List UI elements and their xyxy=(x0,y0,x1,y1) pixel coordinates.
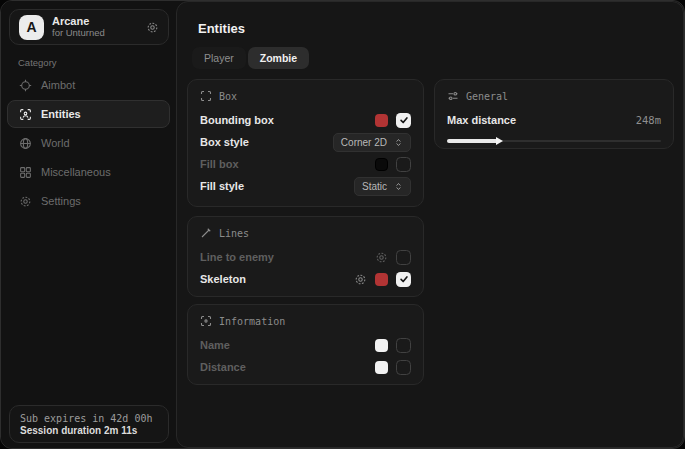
pencil-line-icon xyxy=(200,227,212,239)
general-panel-header: General xyxy=(447,89,661,103)
lines-panel: Lines Line to enemy Skeleton xyxy=(187,216,424,297)
app-name: Arcane xyxy=(52,15,138,28)
fill-style-select[interactable]: Static xyxy=(354,177,411,196)
panel-title: Information xyxy=(219,316,285,327)
gear-icon[interactable] xyxy=(375,251,388,264)
sidebar: A Arcane for Unturned Category Aimbot xyxy=(1,1,176,448)
chevrons-up-down-icon xyxy=(394,138,403,147)
category-label: Category xyxy=(18,57,57,68)
app-title-block: Arcane for Unturned xyxy=(52,15,138,39)
sidebar-item-miscellaneous[interactable]: Miscellaneous xyxy=(7,158,170,186)
app-logo: A xyxy=(19,15,44,40)
setting-row-line-to-enemy: Line to enemy xyxy=(200,246,411,268)
checkbox-checked[interactable] xyxy=(396,272,411,287)
sidebar-item-label: Entities xyxy=(41,108,81,120)
setting-label: Line to enemy xyxy=(200,251,274,263)
scan-brackets-icon xyxy=(200,315,212,327)
sub-expiry-text: Sub expires in 42d 00h xyxy=(20,413,158,424)
max-distance-slider[interactable] xyxy=(447,136,661,145)
entity-tabs: Player Zombie xyxy=(192,47,309,69)
color-swatch[interactable] xyxy=(375,114,388,127)
sidebar-item-aimbot[interactable]: Aimbot xyxy=(7,71,170,99)
max-distance-value: 248m xyxy=(636,114,661,126)
globe-icon xyxy=(19,137,32,150)
tab-zombie[interactable]: Zombie xyxy=(248,47,309,69)
setting-row-name: Name xyxy=(200,334,411,356)
color-swatch[interactable] xyxy=(375,361,388,374)
checkbox-unchecked[interactable] xyxy=(396,157,411,172)
slider-thumb[interactable] xyxy=(496,137,503,145)
gear-icon[interactable] xyxy=(146,21,159,34)
sidebar-item-label: World xyxy=(41,137,70,149)
box-panel-header: Box xyxy=(200,89,411,103)
sidebar-nav: Aimbot Entities World xyxy=(7,71,170,215)
sidebar-item-label: Aimbot xyxy=(41,79,75,91)
scan-person-icon xyxy=(19,108,32,121)
checkbox-unchecked[interactable] xyxy=(396,250,411,265)
setting-label: Fill style xyxy=(200,180,244,192)
color-swatch[interactable] xyxy=(375,339,388,352)
scan-brackets-icon xyxy=(200,90,212,102)
sidebar-item-label: Miscellaneous xyxy=(41,166,111,178)
gear-icon xyxy=(19,195,32,208)
setting-row-box-style: Box style Corner 2D xyxy=(200,131,411,153)
information-panel: Information Name Distance xyxy=(187,304,424,385)
session-duration-text: Session duration 2m 11s xyxy=(20,425,158,436)
setting-label: Skeleton xyxy=(200,273,246,285)
box-style-select[interactable]: Corner 2D xyxy=(333,133,411,152)
app-window: A Arcane for Unturned Category Aimbot xyxy=(0,0,685,449)
setting-row-skeleton: Skeleton xyxy=(200,268,411,290)
tab-player[interactable]: Player xyxy=(192,47,246,69)
panel-title: Lines xyxy=(219,228,249,239)
setting-row-max-distance: Max distance 248m xyxy=(447,109,661,131)
sidebar-item-label: Settings xyxy=(41,195,81,207)
setting-row-distance: Distance xyxy=(200,356,411,378)
gear-icon[interactable] xyxy=(354,273,367,286)
slider-fill xyxy=(447,139,498,143)
setting-row-fill-box: Fill box xyxy=(200,153,411,175)
sliders-icon xyxy=(447,90,459,102)
setting-row-fill-style: Fill style Static xyxy=(200,175,411,197)
app-header-card: A Arcane for Unturned xyxy=(9,9,169,45)
sidebar-item-world[interactable]: World xyxy=(7,129,170,157)
checkbox-checked[interactable] xyxy=(396,113,411,128)
select-value: Static xyxy=(362,181,387,192)
panel-title: General xyxy=(466,91,508,102)
panel-title: Box xyxy=(219,91,237,102)
lines-panel-header: Lines xyxy=(200,226,411,240)
checkbox-unchecked[interactable] xyxy=(396,338,411,353)
chevrons-up-down-icon xyxy=(394,182,403,191)
app-subtitle: for Unturned xyxy=(52,28,138,39)
subscription-card: Sub expires in 42d 00h Session duration … xyxy=(9,405,169,443)
setting-label: Max distance xyxy=(447,114,516,126)
page-title: Entities xyxy=(198,21,245,36)
general-panel: General Max distance 248m xyxy=(434,79,674,149)
select-value: Corner 2D xyxy=(341,137,387,148)
setting-row-bounding-box: Bounding box xyxy=(200,109,411,131)
setting-label: Bounding box xyxy=(200,114,274,126)
box-panel: Box Bounding box Box style Corner 2D xyxy=(187,79,424,207)
setting-label: Box style xyxy=(200,136,249,148)
setting-label: Distance xyxy=(200,361,246,373)
crosshair-icon xyxy=(19,79,32,92)
sidebar-item-settings[interactable]: Settings xyxy=(7,187,170,215)
checkbox-unchecked[interactable] xyxy=(396,360,411,375)
setting-label: Name xyxy=(200,339,230,351)
color-swatch[interactable] xyxy=(375,158,388,171)
color-swatch[interactable] xyxy=(375,273,388,286)
information-panel-header: Information xyxy=(200,314,411,328)
setting-label: Fill box xyxy=(200,158,239,170)
grid-icon xyxy=(19,166,32,179)
main-panel: Entities Player Zombie Box Bounding box xyxy=(176,1,684,448)
sidebar-item-entities[interactable]: Entities xyxy=(7,100,170,128)
